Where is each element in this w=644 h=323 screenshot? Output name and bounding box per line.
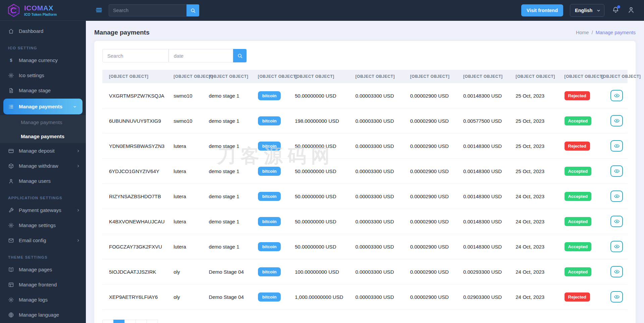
sidebar-section-heading: THEME SETTINGS bbox=[0, 248, 86, 262]
search-icon bbox=[237, 53, 243, 59]
sidebar-item[interactable]: Ico settings bbox=[0, 68, 86, 83]
sidebar-item[interactable]: Manage frontend bbox=[0, 277, 86, 292]
sidebar-item-icon bbox=[8, 178, 14, 184]
sidebar-item[interactable]: Manage users bbox=[0, 173, 86, 189]
cell-gateway: bitcoin bbox=[254, 108, 291, 133]
view-payment-button[interactable] bbox=[610, 241, 623, 252]
gateway-badge: bitcoin bbox=[258, 142, 281, 151]
status-badge: Accepted bbox=[565, 192, 592, 201]
cell-amount: 1,000.00000000 USD bbox=[291, 284, 351, 310]
page-content: Manage payments Home / Manage payments bbox=[86, 21, 644, 323]
sidebar-item-icon bbox=[8, 237, 14, 244]
sidebar-item[interactable]: Manage deposit bbox=[0, 143, 86, 158]
menu-toggle-button[interactable] bbox=[94, 5, 104, 15]
filter-date-input[interactable] bbox=[169, 49, 233, 62]
cell-amount: 100.00000000 USD bbox=[291, 259, 351, 284]
sidebar-item[interactable]: Payment gateways bbox=[0, 203, 86, 218]
brand-name: ICOMAX bbox=[24, 4, 57, 11]
cell-user: lutera bbox=[169, 234, 205, 259]
cell-trx: K4BXVONEWHAUJCAU bbox=[102, 209, 169, 234]
cell-rate: 0.00002900 USD bbox=[406, 234, 459, 259]
notification-badge bbox=[617, 5, 620, 8]
pagination-button[interactable]: 2 bbox=[124, 320, 136, 323]
search-icon bbox=[190, 8, 196, 13]
chevron-icon bbox=[76, 164, 80, 168]
pagination-button[interactable]: ‹ bbox=[102, 320, 114, 323]
sidebar-nav: Dashboard ICO SETTING Manage cur bbox=[0, 21, 86, 323]
cell-rate: 0.00002900 USD bbox=[406, 184, 459, 209]
brand-logo[interactable]: ICOMAX ICO Token Platform bbox=[0, 0, 86, 21]
topbar-search-input[interactable] bbox=[109, 4, 186, 16]
breadcrumb-home-link[interactable]: Home bbox=[576, 30, 589, 35]
table-column-header: [object Object] bbox=[205, 70, 254, 83]
sidebar-item[interactable]: Manage pages bbox=[0, 262, 86, 277]
pagination-button[interactable]: 3 bbox=[136, 320, 147, 323]
visit-frontend-button[interactable]: Visit frontend bbox=[521, 4, 563, 16]
pagination: ‹ 1 2 3 › bbox=[102, 320, 158, 323]
view-payment-button[interactable] bbox=[610, 216, 623, 227]
table-row: 6UBUNNUVUY9TXIG9 swmo10 demo stage 1 bit… bbox=[102, 108, 628, 133]
view-payment-button[interactable] bbox=[610, 266, 623, 277]
cell-payment-date: 24 Oct, 2023 bbox=[512, 234, 560, 259]
sidebar-item[interactable]: Manage currency bbox=[0, 53, 86, 68]
chevron-icon bbox=[76, 223, 80, 228]
view-payment-button[interactable] bbox=[610, 291, 623, 303]
gateway-badge: bitcoin bbox=[258, 167, 281, 176]
table-column-header: [object Object] bbox=[291, 70, 351, 83]
notifications-button[interactable] bbox=[611, 6, 620, 15]
topbar-search-button[interactable] bbox=[186, 4, 199, 16]
view-payment-button[interactable] bbox=[610, 115, 623, 126]
cell-gateway: bitcoin bbox=[254, 133, 291, 159]
cell-action bbox=[597, 209, 628, 234]
sidebar-item[interactable]: Manage logs bbox=[0, 292, 86, 307]
sidebar-item-icon bbox=[8, 148, 14, 154]
sidebar-subitem[interactable]: Manage payments bbox=[0, 115, 86, 129]
filter-search-input[interactable] bbox=[102, 49, 169, 62]
language-select[interactable]: English bbox=[570, 4, 604, 17]
cell-payment-date: 24 Oct, 2023 bbox=[512, 284, 560, 310]
sidebar-item[interactable]: Manage stage bbox=[0, 83, 86, 98]
sidebar-subitem[interactable]: Manage payments bbox=[0, 129, 86, 143]
table-row: 6YDJCO1GNYZIV64Y lutera demo stage 1 bit… bbox=[102, 159, 628, 184]
cell-payment-date: 25 Oct, 2023 bbox=[512, 108, 560, 133]
cell-action bbox=[597, 159, 628, 184]
table-column-header: [object Object] bbox=[254, 70, 291, 83]
status-badge: Accepted bbox=[565, 267, 592, 276]
sidebar-item[interactable]: Manage settings bbox=[0, 218, 86, 233]
sidebar-item[interactable]: Manage payments bbox=[3, 99, 83, 114]
chevron-icon bbox=[76, 88, 80, 93]
view-payment-button[interactable] bbox=[610, 90, 623, 101]
cell-rate: 0.00002900 USD bbox=[406, 83, 459, 108]
sidebar-item[interactable]: Email config bbox=[0, 233, 86, 248]
sidebar-group: THEME SETTINGS Manage pages bbox=[0, 248, 86, 322]
pagination-button[interactable]: 1 bbox=[113, 320, 125, 323]
profile-button[interactable] bbox=[627, 6, 635, 15]
table-column-header: [object Object] bbox=[459, 70, 512, 83]
cell-status: Accepted bbox=[560, 159, 597, 184]
cell-stage: Demo Stage 04 bbox=[205, 284, 254, 310]
hamburger-icon bbox=[94, 6, 104, 14]
sidebar-submenu: Manage payments Manage payments bbox=[0, 115, 86, 143]
sidebar-group: APPLICATION SETTINGS Payment gateways bbox=[0, 189, 86, 248]
cell-action bbox=[597, 108, 628, 133]
view-payment-button[interactable] bbox=[610, 165, 623, 177]
cell-rate: 0.00002900 USD bbox=[406, 259, 459, 284]
cell-final-amount: 0.00148300 USD bbox=[459, 83, 512, 108]
sidebar-item[interactable]: Dashboard bbox=[0, 23, 86, 39]
table-column-header: [object Object] bbox=[102, 70, 169, 83]
cell-trx: YDN0EMRSBWASYZN3 bbox=[102, 133, 169, 159]
view-payment-button[interactable] bbox=[610, 191, 623, 202]
filter-search-button[interactable] bbox=[233, 49, 247, 62]
cell-trx: VXGRTMSPZW7KSQJA bbox=[102, 83, 169, 108]
sidebar-item-icon bbox=[8, 267, 14, 273]
view-payment-button[interactable] bbox=[610, 140, 623, 152]
status-badge: Accepted bbox=[565, 217, 592, 226]
pagination-button[interactable]: › bbox=[147, 320, 158, 323]
chevron-icon bbox=[76, 313, 80, 317]
page-title: Manage payments bbox=[94, 29, 150, 36]
sidebar-item[interactable]: Manage withdraw bbox=[0, 158, 86, 173]
sidebar-item[interactable]: Manage language bbox=[0, 307, 86, 322]
table-column-header: [object Object] bbox=[597, 70, 628, 83]
cell-trx: 6UBUNNUVUY9TXIG9 bbox=[102, 108, 169, 133]
cell-user: swmo10 bbox=[169, 83, 205, 108]
